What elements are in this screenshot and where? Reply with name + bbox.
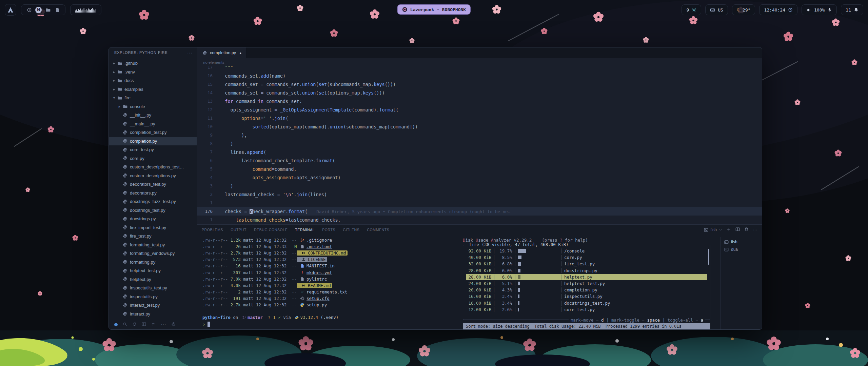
dua-row[interactable]: 28.00 KiB│6.0%││docstrings.py	[466, 267, 707, 274]
code-line[interactable]: 16 commands_set.add(name)	[197, 72, 762, 80]
code-line[interactable]: 12 opts_assignment = _GetOptsAssignmentT…	[197, 105, 762, 114]
terminal-profile-select[interactable]: fish	[704, 227, 722, 232]
code-line[interactable]: 9 ),	[197, 131, 762, 139]
audio-widget[interactable]: 100%	[802, 4, 837, 15]
code-line[interactable]: 14 commands_set = commands_set.union(set…	[197, 88, 762, 97]
workspace-folder-icon[interactable]	[44, 6, 51, 13]
dua-row[interactable]: 32.00 KiB│6.8%││fire_test.py	[466, 261, 707, 267]
layout-icon[interactable]	[142, 322, 146, 328]
tree-item[interactable]: formatting.py	[109, 258, 197, 267]
clock-widget[interactable]: 12:40:24	[759, 4, 797, 15]
code-line[interactable]: 2 lastcommand_checks = '\n'.join(lines)	[197, 190, 762, 199]
tree-item[interactable]: interact.py	[109, 310, 197, 319]
tree-item[interactable]: core.py	[109, 154, 197, 163]
dua-row[interactable]: 16.00 KiB│3.4%││inspectutils.py	[466, 293, 707, 300]
code-line[interactable]: 8 )	[197, 139, 762, 148]
explorer-more-icon[interactable]: ···	[187, 50, 193, 55]
panel-tab-problems[interactable]: PROBLEMS	[202, 228, 223, 232]
code-line[interactable]: 15 commands_set = commands_set.union(set…	[197, 80, 762, 88]
tree-item[interactable]: ▾fire	[109, 94, 197, 102]
workspace-file-icon[interactable]	[54, 6, 61, 13]
code-line[interactable]: 17 """	[197, 66, 762, 72]
workspace-disc-icon[interactable]	[26, 6, 33, 13]
shell-input-line[interactable]: ›	[202, 321, 449, 327]
panel-tab-ports[interactable]: PORTS	[322, 228, 335, 232]
tree-item[interactable]: docstrings.py	[109, 215, 197, 223]
modified-dot-icon[interactable]: ●	[239, 51, 241, 55]
dua-row[interactable]: 40.00 KiB│8.5%││core.py	[466, 254, 707, 261]
notifications-widget[interactable]: 11	[841, 4, 863, 15]
tree-item[interactable]: interact_test.py	[109, 301, 197, 310]
tree-item[interactable]: completion_test.py	[109, 128, 197, 137]
keyboard-layout-widget[interactable]: US	[705, 4, 728, 15]
updates-widget[interactable]: 9	[682, 4, 701, 15]
tree-item[interactable]: ▸docs	[109, 76, 197, 85]
editor-tab-completion[interactable]: completion.py ●	[197, 47, 246, 58]
tree-item[interactable]: decorators_test.py	[109, 180, 197, 189]
breadcrumb[interactable]: no elements	[197, 58, 762, 66]
code-line[interactable]: 5 command=command,	[197, 165, 762, 173]
kill-terminal-button[interactable]	[744, 227, 749, 232]
tree-item[interactable]: formatting_test.py	[109, 241, 197, 249]
new-terminal-button[interactable]	[727, 227, 731, 232]
tree-item[interactable]: fire_test.py	[109, 232, 197, 241]
panel-tab-output[interactable]: OUTPUT	[231, 228, 246, 232]
dua-row[interactable]: 20.00 KiB│4.3%││completion.py	[466, 287, 707, 293]
tree-item[interactable]: inspectutils_test.py	[109, 284, 197, 292]
tree-item[interactable]: ▸console	[109, 102, 197, 111]
tree-item[interactable]: __init__.py	[109, 111, 197, 120]
terminal-pane-dua[interactable]: Disk Usage Analyzer v2.29.2 (press ? for…	[463, 237, 710, 329]
gear-icon[interactable]	[171, 322, 176, 328]
tree-item[interactable]: __main__.py	[109, 120, 197, 128]
cpu-graph-widget[interactable]	[70, 4, 101, 15]
remote-indicator-icon[interactable]	[114, 323, 118, 326]
dua-row[interactable]: 92.00 KiB│19.7%││/console	[466, 248, 707, 254]
dua-row[interactable]: 28.00 KiB│6.0%││helptext.py	[466, 274, 707, 280]
media-player-widget[interactable]: Lazerpunk - ROBOPHONK	[397, 4, 471, 15]
workspace-neovim-icon[interactable]: N	[35, 7, 42, 13]
code-line[interactable]: 7 lines.append(	[197, 148, 762, 156]
code-line[interactable]: 4 opts_assignment=opts_assignment)	[197, 173, 762, 182]
tree-item[interactable]: decorators.py	[109, 189, 197, 198]
dua-row[interactable]: 12.00 KiB│2.6%││core_test.py	[466, 306, 707, 313]
weather-widget[interactable]: ☾ 29°	[732, 4, 755, 15]
terminal-session-item[interactable]: dua	[724, 246, 762, 253]
tree-item[interactable]: fire_import_test.py	[109, 223, 197, 232]
search-icon[interactable]	[123, 322, 127, 328]
tree-item[interactable]: ▸.venv	[109, 68, 197, 77]
code-line[interactable]: 1	[197, 199, 762, 207]
tree-item[interactable]: custom_descriptions_test…	[109, 163, 197, 171]
dua-scrollbar[interactable]	[708, 249, 709, 265]
code-editor[interactable]: 17 """16 commands_set.add(name)15 comman…	[197, 66, 762, 224]
tree-item[interactable]: formatting_windows.py	[109, 249, 197, 258]
panel-more-icon[interactable]: ···	[753, 227, 757, 232]
panel-tab-comments[interactable]: COMMENTS	[367, 228, 389, 232]
tree-item[interactable]: docstrings_test.py	[109, 206, 197, 215]
tree-item[interactable]: helptext_test.py	[109, 266, 197, 275]
code-line[interactable]: 1 lastcommand_checks=lastcommand_checks,	[197, 216, 762, 224]
code-line[interactable]: 6 lastcommand_check_template.format(	[197, 156, 762, 165]
code-line[interactable]: 13 for command in commands_set:	[197, 97, 762, 105]
panel-tab-debug-console[interactable]: DEBUG CONSOLE	[254, 228, 288, 232]
tree-item[interactable]: docstrings_fuzz_test.py	[109, 197, 197, 206]
dua-row[interactable]: 24.00 KiB│5.1%││helptext_test.py	[466, 280, 707, 287]
tree-item[interactable]: core_test.py	[109, 145, 197, 154]
dua-row[interactable]: 16.00 KiB│3.4%││docstrings_test.py	[466, 300, 707, 306]
tree-item[interactable]: ▸examples	[109, 85, 197, 94]
terminal-session-item[interactable]: fish	[724, 238, 762, 246]
code-line[interactable]: 10 sorted(options_map[command].union(sub…	[197, 122, 762, 131]
swap-icon[interactable]	[151, 322, 156, 328]
panel-tab-terminal[interactable]: TERMINAL	[295, 228, 315, 232]
tree-item[interactable]: custom_descriptions.py	[109, 171, 197, 180]
code-line[interactable]: 176 checks = check_wrapper.format(David …	[197, 207, 762, 216]
code-line[interactable]: 11 options=' '.join(	[197, 114, 762, 122]
tree-item[interactable]: completion.py	[109, 137, 197, 146]
more-icon[interactable]: ···	[161, 322, 166, 328]
tree-item[interactable]: inspectutils.py	[109, 292, 197, 301]
terminal-pane-fish[interactable]: .rw-r--r--1.2kmatt12 Aug 12:32--.gitigno…	[197, 237, 449, 329]
tree-item[interactable]: ▸.github	[109, 59, 197, 68]
tree-item[interactable]: helptext.py	[109, 275, 197, 284]
code-line[interactable]: 3 )	[197, 182, 762, 190]
split-terminal-button[interactable]	[735, 227, 740, 232]
launcher-button[interactable]	[5, 4, 16, 16]
